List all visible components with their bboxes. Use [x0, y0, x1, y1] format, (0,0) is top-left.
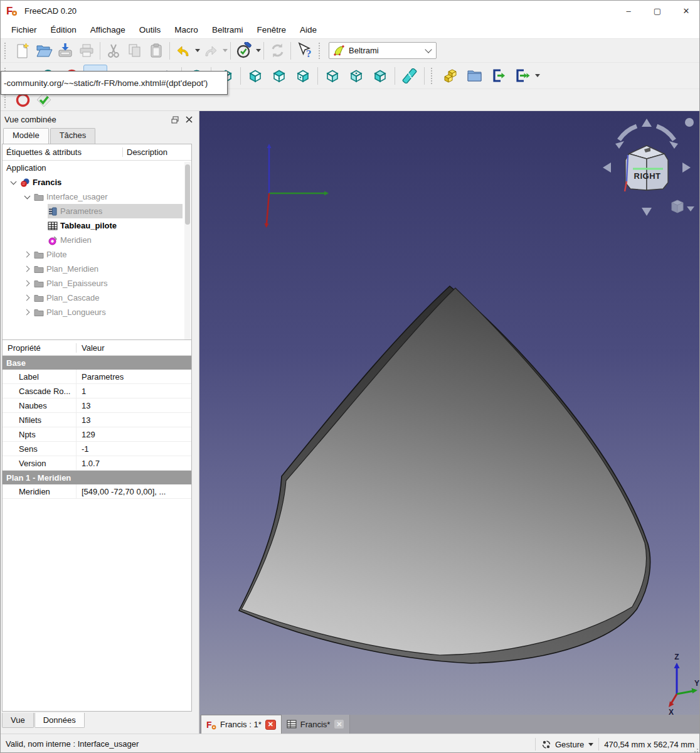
tab-taches[interactable]: Tâches — [50, 128, 96, 144]
paste-button[interactable] — [146, 41, 167, 61]
expander-open-icon[interactable] — [24, 194, 30, 200]
window-resize-grip[interactable] — [694, 747, 700, 753]
tree-item-plan-epaisseurs[interactable]: Plan_Epaisseurs — [3, 276, 191, 291]
navigation-cube[interactable]: RIGHT — [598, 114, 697, 222]
menu-aide[interactable]: Aide — [293, 23, 324, 37]
tab-donnees[interactable]: Données — [34, 713, 85, 728]
tree-item-plan-meridien[interactable]: Plan_Meridien — [3, 262, 191, 276]
tab-modele[interactable]: Modèle — [3, 128, 49, 144]
navigation-style-selector[interactable]: Gesture — [541, 740, 593, 749]
property-section-plan1-meridien[interactable]: Plan 1 - Meridien — [3, 471, 191, 484]
whats-this-button[interactable]: ? — [294, 41, 315, 61]
view-rear-button[interactable] — [321, 65, 344, 87]
navcube-menu-caret[interactable] — [687, 206, 694, 211]
expander-closed-icon[interactable] — [24, 309, 30, 316]
property-row-sens[interactable]: Sens -1 — [3, 442, 191, 456]
view-left-button[interactable] — [368, 65, 392, 87]
property-column-name[interactable]: Propriété — [3, 343, 77, 353]
close-button[interactable]: ✕ — [672, 1, 700, 21]
property-row-npts[interactable]: Npts 129 — [3, 427, 191, 442]
expander-closed-icon[interactable] — [24, 266, 30, 272]
undo-dropdown-caret[interactable] — [195, 49, 200, 52]
toolbar-grip[interactable] — [319, 43, 324, 59]
navcube-home-dot[interactable] — [685, 118, 694, 127]
save-document-button[interactable] — [55, 41, 76, 61]
export-link-button[interactable] — [486, 65, 510, 87]
tree-item-pilote[interactable]: Pilote — [3, 247, 191, 262]
workbench-selector[interactable]: Beltrami — [329, 42, 437, 59]
cut-button[interactable] — [103, 41, 124, 61]
view-bottom-button[interactable] — [344, 65, 368, 87]
toolbar-grip[interactable] — [4, 43, 9, 59]
tab-vue[interactable]: Vue — [2, 713, 34, 728]
property-row-naubes[interactable]: Naubes 13 — [3, 398, 191, 413]
refresh-button[interactable] — [267, 41, 288, 61]
blade-front-surface[interactable] — [241, 288, 647, 655]
export-link-all-button[interactable] — [510, 65, 534, 87]
open-document-button[interactable] — [33, 41, 55, 61]
property-row-label[interactable]: Label Parametres — [3, 370, 191, 384]
scrollbar-thumb[interactable] — [185, 164, 190, 225]
tree-item-tableau-pilote[interactable]: Tableau_pilote — [3, 218, 191, 233]
property-section-base[interactable]: Base — [3, 356, 191, 370]
group-folder-button[interactable] — [462, 65, 486, 87]
menu-fichier[interactable]: Fichier — [4, 23, 44, 37]
undo-button[interactable] — [172, 41, 194, 61]
menu-outils[interactable]: Outils — [132, 23, 168, 37]
tree-item-plan-longueurs[interactable]: Plan_Longueurs — [3, 305, 191, 319]
copy-button[interactable] — [124, 41, 146, 61]
expander-closed-icon[interactable] — [24, 280, 30, 287]
3d-viewport[interactable]: Z Y X — [199, 111, 700, 715]
tree-item-meridien[interactable]: Meridien — [3, 233, 191, 247]
navcube-arrow-right[interactable] — [682, 163, 691, 173]
float-panel-icon[interactable] — [168, 114, 182, 126]
navcube-arrow-up[interactable] — [642, 119, 652, 127]
navcube-body[interactable]: RIGHT — [625, 146, 668, 191]
tree-item-plan-cascade[interactable]: Plan_Cascade — [3, 291, 191, 305]
property-row-version[interactable]: Version 1.0.7 — [3, 456, 191, 471]
property-row-cascade[interactable]: Cascade Ro... 1 — [3, 384, 191, 398]
tree-item-interface-usager[interactable]: Interface_usager — [3, 190, 191, 204]
expander-closed-icon[interactable] — [24, 252, 30, 258]
refresh-dropdown-caret[interactable] — [256, 49, 261, 52]
tree-column-description[interactable]: Description — [123, 147, 167, 157]
menu-macro[interactable]: Macro — [167, 23, 205, 37]
mdi-tab-3d-view[interactable]: F Francis : 1* ✕ — [201, 715, 282, 734]
mdi-tab-spreadsheet[interactable]: Francis* ✕ — [282, 715, 351, 734]
navcube-rotate-cw[interactable] — [657, 126, 674, 140]
navcube-rotate-ccw[interactable] — [619, 126, 637, 140]
navcube-minicube[interactable] — [672, 200, 683, 213]
print-button[interactable] — [76, 41, 97, 61]
menu-beltrami[interactable]: Beltrami — [205, 23, 250, 37]
measure-distance-button[interactable] — [398, 65, 422, 87]
expander-open-icon[interactable] — [10, 179, 16, 186]
menu-affichage[interactable]: Affichage — [83, 23, 132, 37]
menu-edition[interactable]: Édition — [44, 23, 83, 37]
export-dropdown-caret[interactable] — [535, 74, 540, 77]
maximize-button[interactable]: ▢ — [643, 1, 672, 21]
view-front-button[interactable] — [243, 65, 267, 87]
property-row-meridien[interactable]: Meridien [549,00 -72,70 0,00], ... — [3, 484, 191, 499]
property-column-value[interactable]: Valeur — [77, 343, 105, 353]
minimize-button[interactable]: – — [614, 1, 643, 21]
toolbar-grip[interactable] — [431, 68, 436, 84]
expander-closed-icon[interactable] — [24, 295, 30, 301]
tree-column-labels[interactable]: Étiquettes & attributs — [3, 147, 123, 157]
view-top-button[interactable] — [267, 65, 291, 87]
new-document-button[interactable] — [12, 41, 33, 61]
tree-item-parametres[interactable]: Parametres — [3, 204, 191, 218]
view-right-button[interactable] — [291, 65, 315, 87]
redo-dropdown-caret[interactable] — [223, 49, 228, 52]
tree-item-francis[interactable]: Francis — [3, 175, 191, 190]
refresh-check-button[interactable] — [233, 41, 255, 61]
macro-parts-button[interactable] — [438, 65, 462, 87]
close-panel-icon[interactable] — [182, 114, 196, 126]
redo-button[interactable] — [200, 41, 221, 61]
navcube-arrow-left[interactable] — [603, 163, 611, 173]
menu-fenetre[interactable]: Fenêtre — [250, 23, 293, 37]
navcube-arrow-down[interactable] — [642, 208, 652, 216]
property-row-nfilets[interactable]: Nfilets 13 — [3, 413, 191, 427]
close-tab-icon[interactable]: ✕ — [334, 719, 344, 729]
close-tab-icon[interactable]: ✕ — [265, 720, 276, 730]
tree-item-application[interactable]: Application — [3, 161, 191, 175]
